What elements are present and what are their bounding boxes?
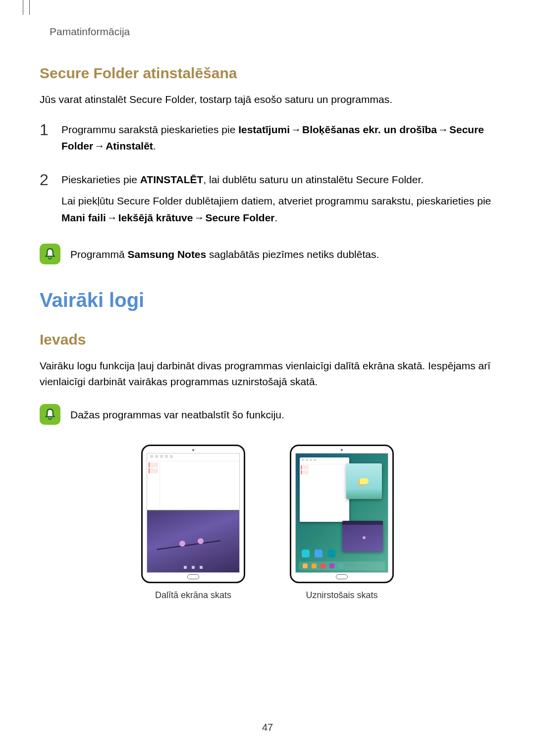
step2-l2-pre: Lai piekļūtu Secure Folder dublētajiem d… [61, 195, 491, 206]
step-number: 1 [40, 121, 61, 139]
step-1: 1 Programmu sarakstā pieskarieties pie I… [40, 121, 495, 159]
step2-l1-pre: Pieskarieties pie [61, 174, 140, 185]
note-2-text: Dažas programmas var neatbalstīt šo funk… [70, 403, 284, 423]
bell-icon [40, 404, 60, 425]
note-1-text: Programmā Samsung Notes saglabātās piezī… [70, 243, 379, 262]
tablet-frame-icon [290, 445, 394, 583]
step1-bold-2: Bloķēšanas ekr. un drošība [302, 124, 437, 135]
step2-l1-bold: ATINSTALĒT [140, 174, 204, 185]
figure-caption-1: Dalītā ekrāna skats [141, 590, 245, 601]
step1-text-pre: Programmu sarakstā pieskarieties pie [61, 124, 238, 135]
section-heading-intro: Ievads [40, 331, 495, 348]
step1-bold-1: Iestatījumi [238, 124, 290, 135]
note-block-2: Dažas programmas var neatbalstīt šo funk… [40, 403, 495, 425]
figure-popup-view: Uznirstošais skats [290, 445, 394, 601]
step-1-body: Programmu sarakstā pieskarieties pie Ies… [61, 121, 495, 159]
section2-intro: Vairāku logu funkcija ļauj darbināt diva… [40, 358, 495, 389]
step1-period: . [153, 140, 156, 151]
page-header: Pamatinformācija [40, 26, 495, 38]
page-content: Pamatinformācija Secure Folder atinstalē… [0, 0, 535, 756]
bell-icon [40, 244, 60, 264]
section-heading-secure-folder: Secure Folder atinstalēšana [40, 65, 495, 82]
note1-pre: Programmā [70, 249, 128, 260]
step2-l2-b2: Iekšējā krātuve [118, 212, 193, 223]
section1-intro: Jūs varat atinstalēt Secure Folder, tost… [40, 92, 495, 107]
step2-l1-post: , lai dublētu saturu un atinstalētu Secu… [203, 174, 424, 185]
page-number: 47 [0, 722, 535, 733]
step2-period: . [275, 212, 278, 223]
note1-post: saglabātās piezīmes netiks dublētas. [206, 249, 379, 260]
arrow-icon: → [290, 124, 302, 135]
step2-l2-b1: Mani faili [61, 212, 106, 223]
section-heading-multi-window: Vairāki logi [40, 289, 495, 311]
arrow-icon: → [93, 140, 106, 151]
figure-caption-2: Uznirstošais skats [290, 590, 394, 601]
step1-bold-4: Atinstalēt [106, 140, 153, 151]
arrow-icon: → [193, 212, 205, 223]
step-2-body: Pieskarieties pie ATINSTALĒT, lai dublēt… [61, 171, 495, 231]
step2-l2-b3: Secure Folder [205, 212, 274, 223]
tablet-frame-icon [141, 445, 245, 583]
step-number: 2 [40, 171, 61, 189]
figure-split-view: Dalītā ekrāna skats [141, 445, 245, 601]
arrow-icon: → [437, 124, 449, 135]
step-2: 2 Pieskarieties pie ATINSTALĒT, lai dubl… [40, 171, 495, 231]
arrow-icon: → [106, 212, 118, 223]
note-block-1: Programmā Samsung Notes saglabātās piezī… [40, 243, 495, 264]
figures-row: Dalītā ekrāna skats Uznirstošais skats [40, 445, 495, 601]
note1-bold: Samsung Notes [128, 249, 207, 260]
